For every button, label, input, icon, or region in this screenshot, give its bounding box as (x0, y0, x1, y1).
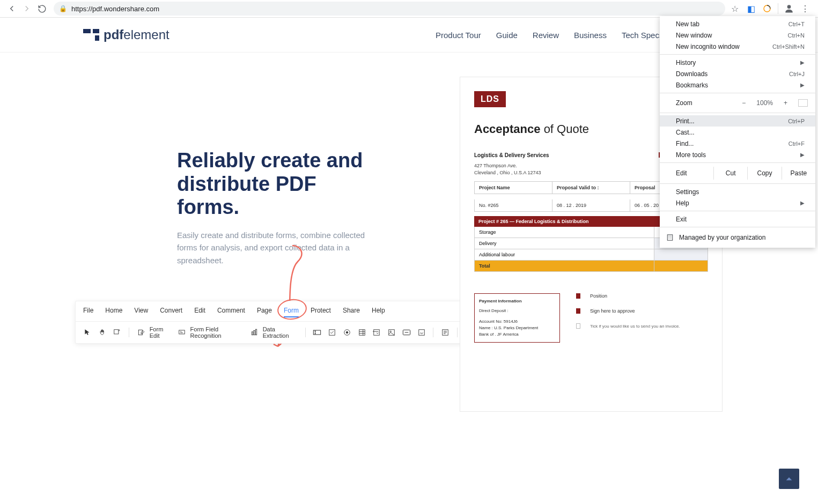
form-edit-button[interactable]: Form Edit (136, 326, 172, 339)
menu-more-tools[interactable]: More tools▶ (660, 149, 815, 160)
menu-edit-row: Edit Cut Copy Paste (660, 165, 815, 181)
forward-button[interactable] (19, 1, 34, 16)
menu-cut[interactable]: Cut (713, 167, 747, 180)
menu-edit-label: Edit (660, 167, 713, 180)
menu-home[interactable]: Home (105, 307, 122, 317)
menu-edit[interactable]: Edit (194, 307, 205, 317)
proposal-valid-label: Proposal Valid to : (552, 182, 630, 194)
menu-page[interactable]: Page (257, 307, 272, 317)
extension-icon-1[interactable]: ◧ (746, 3, 756, 14)
lock-icon: 🔒 (59, 5, 67, 12)
properties-icon[interactable] (440, 327, 451, 338)
menu-new-incognito[interactable]: New incognito windowCtrl+Shift+N (660, 41, 815, 52)
nav-review[interactable]: Review (533, 31, 559, 40)
field-recognition-button[interactable]: Form Field Recognition (176, 326, 245, 339)
svg-rect-4 (179, 330, 185, 334)
svg-rect-7 (255, 329, 256, 335)
dropdown-icon[interactable] (371, 327, 382, 338)
chrome-menu: New tabCtrl+T New windowCtrl+N New incog… (660, 16, 815, 248)
svg-point-11 (346, 331, 348, 333)
menu-help[interactable]: Help▶ (660, 197, 815, 209)
pointer-icon[interactable] (82, 327, 93, 338)
svg-rect-17 (418, 330, 424, 336)
marker-icon (576, 293, 580, 299)
svg-rect-2 (114, 330, 119, 334)
svg-rect-5 (252, 332, 253, 335)
menu-cast[interactable]: Cast... (660, 127, 815, 138)
proj-name-label: Project Name (475, 182, 552, 194)
doc-brand: LDS (474, 91, 506, 107)
profile-icon[interactable] (784, 3, 794, 14)
zoom-value: 100% (756, 99, 773, 107)
zoom-out-button[interactable]: − (740, 99, 748, 107)
svg-rect-8 (314, 330, 321, 335)
fullscreen-button[interactable] (798, 99, 808, 107)
svg-rect-3 (138, 330, 142, 335)
menu-exit[interactable]: Exit (660, 213, 815, 225)
url-text: https://pdf.wondershare.com (71, 5, 159, 13)
menu-paste[interactable]: Paste (782, 167, 815, 180)
svg-point-1 (787, 5, 791, 9)
menu-settings[interactable]: Settings (660, 186, 815, 197)
menu-downloads[interactable]: DownloadsCtrl+J (660, 68, 815, 79)
marker-icon (576, 308, 580, 314)
menu-zoom: Zoom − 100% + (660, 95, 815, 110)
reload-button[interactable] (34, 1, 49, 16)
hand-icon[interactable] (97, 327, 108, 338)
doc-address: 427 Thompson Ave.Cleveland , Ohio , U.S.… (474, 162, 659, 176)
menu-help[interactable]: Help (372, 307, 385, 317)
menu-convert[interactable]: Convert (160, 307, 182, 317)
menu-print[interactable]: Print...Ctrl+P (660, 115, 815, 127)
tick-note: Tick if you would like us to send you an… (590, 324, 680, 329)
nav-tech-specs[interactable]: Tech Specs (622, 31, 664, 40)
svg-rect-12 (359, 330, 365, 336)
menu-bookmarks[interactable]: Bookmarks▶ (660, 79, 815, 91)
menu-file[interactable]: File (83, 307, 93, 317)
svg-point-15 (390, 331, 391, 332)
radio-icon[interactable] (342, 327, 352, 338)
payment-info-box: Payment Information Direct Deposit : Acc… (474, 293, 560, 343)
textfield-icon[interactable] (312, 327, 323, 338)
signature-icon[interactable] (416, 327, 427, 338)
nav-business[interactable]: Business (574, 31, 607, 40)
extension-icon-2[interactable] (762, 3, 772, 14)
proposal-valid-value: 08 . 12 . 2019 (552, 199, 630, 211)
doc-section-title: Logistics & Delivery Services (474, 152, 659, 158)
data-extraction-button[interactable]: Data Extraction (249, 326, 299, 339)
scroll-top-button[interactable] (779, 469, 799, 489)
menu-protect[interactable]: Protect (311, 307, 331, 317)
nav-guide[interactable]: Guide (496, 31, 518, 40)
button-field-icon[interactable] (401, 327, 412, 338)
data-extraction-icon (249, 327, 260, 338)
chrome-menu-button[interactable]: ⋮ (800, 3, 810, 14)
checkbox-icon[interactable] (327, 327, 337, 338)
menu-managed[interactable]: Managed by your organization (660, 229, 815, 246)
table-row: Additional labour (474, 249, 708, 261)
nav-product-tour[interactable]: Product Tour (436, 31, 481, 40)
svg-rect-27 (667, 235, 672, 241)
star-icon[interactable]: ☆ (729, 3, 740, 14)
listbox-icon[interactable] (357, 327, 367, 338)
logo-mark-icon (83, 29, 99, 41)
hero-title: Reliably create and distribute PDF forms… (177, 149, 370, 219)
menu-view[interactable]: View (134, 307, 148, 317)
browser-toolbar: 🔒 https://pdf.wondershare.com ☆ ◧ ⋮ (0, 0, 818, 18)
menu-find[interactable]: Find...Ctrl+F (660, 138, 815, 149)
menu-history[interactable]: History▶ (660, 57, 815, 68)
back-button[interactable] (4, 1, 19, 16)
checkbox-empty-icon (576, 323, 580, 329)
menu-form[interactable]: Form (284, 307, 299, 317)
menu-new-window[interactable]: New windowCtrl+N (660, 29, 815, 41)
image-field-icon[interactable] (386, 327, 397, 338)
menu-share[interactable]: Share (343, 307, 360, 317)
zoom-in-button[interactable]: + (782, 99, 790, 107)
menu-comment[interactable]: Comment (217, 307, 245, 317)
menu-new-tab[interactable]: New tabCtrl+T (660, 18, 815, 29)
building-icon (666, 234, 674, 241)
position-label: Position (590, 293, 607, 299)
edit-icon[interactable] (112, 327, 122, 338)
table-total: Total (474, 261, 708, 272)
site-logo[interactable]: pdfelement (83, 27, 170, 42)
menu-copy[interactable]: Copy (747, 167, 781, 180)
address-bar[interactable]: 🔒 https://pdf.wondershare.com (54, 2, 725, 16)
